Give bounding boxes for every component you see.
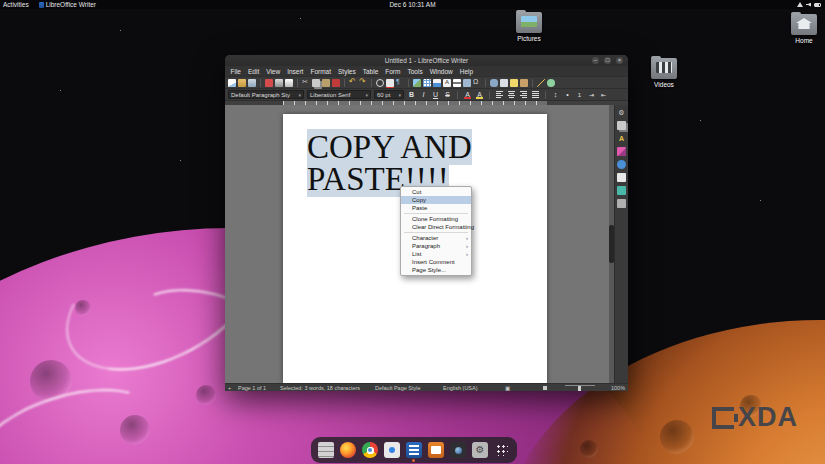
menu-insert[interactable]: Insert xyxy=(284,68,307,75)
page-style-status[interactable]: Default Page Style xyxy=(375,385,421,391)
insert-special-character-icon[interactable] xyxy=(473,79,481,87)
print-icon[interactable] xyxy=(275,79,283,87)
basic-shapes-icon[interactable] xyxy=(547,79,555,87)
insert-table-icon[interactable] xyxy=(423,79,431,87)
zoom-level[interactable]: 100% xyxy=(611,385,625,391)
decrease-indent-icon[interactable] xyxy=(599,90,608,99)
context-menu-item-paste[interactable]: Paste xyxy=(401,204,471,212)
numbering-icon[interactable] xyxy=(575,90,584,99)
print-preview-icon[interactable] xyxy=(285,79,293,87)
paste-icon[interactable] xyxy=(322,79,330,87)
italic-icon[interactable] xyxy=(419,90,428,99)
increase-indent-icon[interactable] xyxy=(587,90,596,99)
font-color-icon[interactable] xyxy=(463,90,472,99)
context-menu-item-insert-comment[interactable]: Insert Comment xyxy=(401,258,471,266)
menu-file[interactable]: File xyxy=(227,68,244,75)
spelling-icon[interactable] xyxy=(386,79,394,87)
styles-icon[interactable] xyxy=(617,134,626,143)
focused-app-menu[interactable]: LibreOffice Writer xyxy=(35,1,100,8)
clone-formatting-icon[interactable] xyxy=(332,79,340,87)
close-icon[interactable]: × xyxy=(616,57,623,64)
context-menu-item-copy[interactable]: Copy xyxy=(401,196,471,204)
menu-tools[interactable]: Tools xyxy=(404,68,426,75)
find-replace-icon[interactable] xyxy=(376,79,384,87)
maximize-icon[interactable]: □ xyxy=(604,57,611,64)
context-menu-item-page-style[interactable]: Page Style... xyxy=(401,266,471,274)
system-status-area[interactable] xyxy=(797,2,821,7)
settings-gear-icon[interactable] xyxy=(472,442,488,458)
navigator-icon[interactable] xyxy=(617,160,626,169)
insert-image-icon[interactable] xyxy=(413,79,421,87)
software-center-icon[interactable] xyxy=(384,442,400,458)
bold-icon[interactable] xyxy=(407,90,416,99)
menu-styles[interactable]: Styles xyxy=(335,68,360,75)
track-changes-icon[interactable] xyxy=(520,79,528,87)
page-count-status[interactable]: Page 1 of 1 xyxy=(238,385,266,391)
word-count-status[interactable]: Selected: 3 words, 18 characters xyxy=(280,385,360,391)
language-status[interactable]: English (USA) xyxy=(443,385,478,391)
cut-icon[interactable] xyxy=(302,79,310,87)
align-justify-icon[interactable] xyxy=(531,90,540,99)
context-menu-item-paragraph[interactable]: Paragraph xyxy=(401,242,471,250)
insert-comment-icon[interactable] xyxy=(510,79,518,87)
minimize-icon[interactable]: – xyxy=(592,57,599,64)
line-spacing-icon[interactable] xyxy=(551,90,560,99)
files-icon[interactable] xyxy=(318,442,334,458)
zoom-slider-thumb[interactable] xyxy=(578,386,581,391)
sidebar-toggle-icon[interactable]: + xyxy=(228,385,231,391)
desktop-icon-videos[interactable]: Videos xyxy=(640,58,688,88)
camera-icon[interactable] xyxy=(450,442,466,458)
activities-button[interactable]: Activities xyxy=(0,1,35,8)
window-titlebar[interactable]: Untitled 1 - LibreOffice Writer – □ × xyxy=(225,55,628,66)
insert-page-break-icon[interactable] xyxy=(453,79,461,87)
insert-hyperlink-icon[interactable] xyxy=(490,79,498,87)
align-center-icon[interactable] xyxy=(507,90,516,99)
font-name-combo[interactable]: Liberation Serif ▾ xyxy=(307,90,371,99)
underline-icon[interactable] xyxy=(431,90,440,99)
insert-chart-icon[interactable] xyxy=(433,79,441,87)
page-deck-icon[interactable] xyxy=(617,173,626,182)
context-menu-item-character[interactable]: Character xyxy=(401,234,471,242)
book-view-icon[interactable] xyxy=(543,386,547,390)
export-pdf-icon[interactable] xyxy=(265,79,273,87)
context-menu-item-list[interactable]: List xyxy=(401,250,471,258)
save-icon[interactable] xyxy=(248,79,256,87)
menu-edit[interactable]: Edit xyxy=(244,68,262,75)
style-inspector-icon[interactable] xyxy=(617,186,626,195)
insert-line-icon[interactable] xyxy=(537,79,545,87)
menu-help[interactable]: Help xyxy=(456,68,476,75)
strikethrough-icon[interactable] xyxy=(443,90,452,99)
context-menu-item-clear-direct-formatting[interactable]: Clear Direct Formatting xyxy=(401,223,471,231)
new-icon[interactable] xyxy=(228,79,236,87)
menu-window[interactable]: Window xyxy=(426,68,456,75)
chrome-icon[interactable] xyxy=(362,442,378,458)
menu-format[interactable]: Format xyxy=(307,68,335,75)
highlight-color-icon[interactable] xyxy=(475,90,484,99)
insert-text-box-icon[interactable] xyxy=(443,79,451,87)
context-menu-item-cut[interactable]: Cut xyxy=(401,188,471,196)
menu-form[interactable]: Form xyxy=(382,68,404,75)
libreoffice-impress-icon[interactable] xyxy=(428,442,444,458)
context-menu-item-clone-formatting[interactable]: Clone Formatting xyxy=(401,215,471,223)
desktop-icon-pictures[interactable]: Pictures xyxy=(505,12,553,42)
app-grid-icon[interactable] xyxy=(494,442,510,458)
insert-footnote-icon[interactable] xyxy=(500,79,508,87)
gallery-icon[interactable] xyxy=(617,147,626,156)
redo-icon[interactable] xyxy=(359,79,367,87)
copy-icon[interactable] xyxy=(312,79,320,87)
menu-table[interactable]: Table xyxy=(359,68,382,75)
document-text[interactable]: COPY AND PASTE!!!! xyxy=(283,114,547,195)
zoom-slider[interactable] xyxy=(565,385,595,386)
formatting-marks-icon[interactable] xyxy=(396,79,404,87)
desktop-icon-home[interactable]: Home xyxy=(780,14,825,44)
paragraph-style-combo[interactable]: Default Paragraph Sty ▾ xyxy=(228,90,304,99)
font-size-combo[interactable]: 60 pt ▾ xyxy=(374,90,404,99)
properties-icon[interactable] xyxy=(617,121,626,130)
undo-icon[interactable] xyxy=(349,79,357,87)
open-icon[interactable] xyxy=(238,79,246,87)
bullets-icon[interactable] xyxy=(563,90,572,99)
menu-view[interactable]: View xyxy=(263,68,284,75)
firefox-icon[interactable] xyxy=(340,442,356,458)
clock[interactable]: Dec 6 10:31 AM xyxy=(389,1,435,8)
align-right-icon[interactable] xyxy=(519,90,528,99)
